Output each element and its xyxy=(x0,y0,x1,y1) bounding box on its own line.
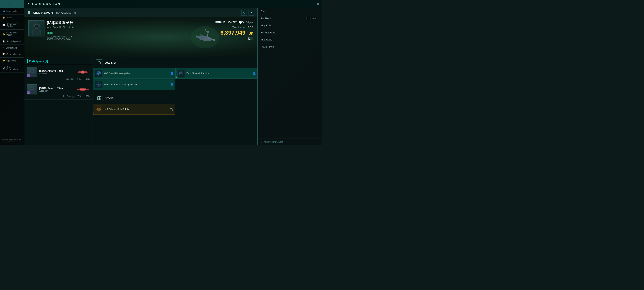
percent-value: 105% xyxy=(310,17,317,20)
kill-count-badge: 1 Kill xyxy=(47,32,53,35)
right-item-row-2: the Silent 2 105% › xyxy=(260,17,319,20)
copy-icon[interactable]: ⧉ xyxy=(74,12,76,14)
equip-name-stabilizer: 'Basic' Inertial Stabilizer xyxy=(186,72,210,75)
equip-icon-cloaking xyxy=(95,81,102,88)
stat-label-2: Top Damage xyxy=(63,95,74,98)
modal-close-button[interactable]: ✕ xyxy=(248,10,254,16)
victim-name: [IAI]冥域 双子神 xyxy=(47,20,74,25)
svg-rect-34 xyxy=(100,97,101,98)
stat-percent-2: 100% xyxy=(84,95,90,98)
participant-ship-image xyxy=(76,69,90,75)
top-bar: ✦ CORPORATION ✕ xyxy=(24,0,322,8)
chevron-right-icon: › xyxy=(318,17,319,20)
sidebar-item-corporation-wallet[interactable]: 💰 Corporation Wallet xyxy=(0,30,24,38)
equip-name-microwarpdrive: MK5 Small Microwarpdrive xyxy=(104,72,130,75)
corp-star-logo: ✦ xyxy=(27,2,30,6)
percent-badge: 2 xyxy=(306,17,309,20)
participant-top-2: ▲ [STCA]Amarr's Titan Abaddon xyxy=(27,84,90,94)
right-sidebar-item-kitty[interactable]: Kitty Raffle xyxy=(258,22,322,29)
participant-stats-2: Top Damage | 1751 | 100% xyxy=(27,95,90,98)
supply-icon: 📋 xyxy=(2,40,5,43)
kill-report-modal: ☰ KILL REPORT [ID:7292750] ⧉ ⬡ ✕ xyxy=(24,8,258,145)
stat-damage-2: 1751 xyxy=(77,95,82,98)
modal-hamburger-icon[interactable]: ☰ xyxy=(28,11,30,15)
corp-title-text: CORPORATION xyxy=(32,2,60,6)
equipment-grid: MK5 Small Microwarpdrive 👤 'Basic' Inert… xyxy=(93,68,258,92)
sidebar-item-label: Corporation Wallet xyxy=(6,32,22,36)
missions-label: View Missions/Market xyxy=(264,141,283,143)
other-corps-icon: 🔗 xyxy=(2,67,5,70)
header-accent-bar xyxy=(27,59,28,63)
right-item-row-6: ! Ruler! 50m xyxy=(260,45,319,48)
svg-point-15 xyxy=(31,70,34,72)
right-item-row-3: Kitty Raffle xyxy=(260,24,319,27)
stat-label: Final Blow xyxy=(65,78,74,80)
sidebar-item-corporation-log[interactable]: 📝 Corporation Log xyxy=(0,51,24,58)
log-icon: 📝 xyxy=(2,53,5,55)
participant-ship: Abaddon xyxy=(39,72,63,75)
others-section: Others xyxy=(93,93,258,117)
stat-percent: 100% xyxy=(84,78,90,80)
ship-info: Imicus Covert Ops Frigate Total damage: … xyxy=(215,20,253,41)
close-icon: ✕ xyxy=(250,11,252,14)
sidebar-item-corporation-facility[interactable]: 📊 Corporation Facility xyxy=(0,21,24,30)
modal-title: KILL REPORT [ID:7292750] ⧉ xyxy=(33,11,76,14)
svg-rect-35 xyxy=(98,98,99,100)
participant-avatar-2: ▲ xyxy=(27,84,37,94)
sidebar-item-supply-approval[interactable]: 📋 Supply Approval xyxy=(0,38,24,45)
sidebar-item-label: Supply Approval xyxy=(6,40,21,43)
victim-datetime: 2022/06/24 00:19:38 UTC -5 xyxy=(47,36,74,38)
others-section-header: Others xyxy=(93,93,258,103)
svg-point-20 xyxy=(81,89,84,90)
participant-row[interactable]: ▲ [STCA]Amarr's Titan Abaddon xyxy=(24,65,92,82)
participant-ship-image-2 xyxy=(76,86,90,92)
right-sidebar-item-silent[interactable]: the Silent 2 105% › xyxy=(258,15,322,22)
equip-item-microwarpdrive[interactable]: MK5 Small Microwarpdrive 👤 xyxy=(93,68,175,79)
victim-warp-scramble: Warp Scramble Strength: 0 xyxy=(47,26,74,28)
stat-separator-3: | xyxy=(76,95,76,98)
sidebar-item-diplomacy[interactable]: 🤝 Diplomacy xyxy=(0,58,24,64)
equip-item-stabilizer[interactable]: 'Basic' Inertial Stabilizer 1 👤 xyxy=(175,68,258,79)
sidebar-item-other-corporations[interactable]: 🔗 Other Corporations xyxy=(0,64,24,73)
user-icon-stabilizer: 👤 xyxy=(252,72,256,75)
low-slot-icon xyxy=(96,59,102,66)
right-item-title-kitty-raffle: Kitty Raffle xyxy=(260,38,272,41)
right-sidebar-item-hill-kitty[interactable]: Hill Kitty Raffle xyxy=(258,29,322,36)
equip-item-cloaking[interactable]: MK5 Covert Ops Cloaking Device 1 👤 xyxy=(93,79,175,90)
right-sidebar-item-ruler[interactable]: ! Ruler! 50m xyxy=(258,43,322,50)
sidebar-header: ☰ ✦ xyxy=(0,0,24,8)
right-item-title-silent: the Silent xyxy=(260,17,271,20)
sidebar-item-label: Corporation Facility xyxy=(6,23,22,27)
others-icon xyxy=(96,95,102,101)
view-missions-market-button[interactable]: ⬡ View Missions/Market xyxy=(258,139,322,145)
stat-separator: | xyxy=(76,78,76,80)
modal-title-id: [ID:7292750] xyxy=(56,12,72,14)
export-icon: ⬡ xyxy=(243,11,245,14)
participant-stats: Final Blow | 1751 | 100% xyxy=(27,78,90,80)
kill-content: Participants [1] ▲ xyxy=(24,57,258,145)
participant-details: [STCA]Amarr's Titan Abaddon xyxy=(39,70,63,75)
right-sidebar-item-kitty-raffle[interactable]: Kitty Raffle xyxy=(258,36,322,43)
others-item-debris[interactable]: Lv.5 Gallente Ship Debris 1 🔧 xyxy=(93,104,175,115)
user-icon-cloaking: 👤 xyxy=(170,83,174,86)
close-main-button[interactable]: ✕ xyxy=(316,2,320,6)
participant-name: [STCA]Amarr's Titan xyxy=(39,70,63,72)
participant-row[interactable]: ▲ [STCA]Amarr's Titan Abaddon xyxy=(24,82,92,100)
sidebar-item-assets[interactable]: 📦 Assets xyxy=(0,15,24,21)
sidebar-item-members-list[interactable]: 👥 Members List xyxy=(0,8,24,15)
debris-icon xyxy=(95,106,102,113)
right-sidebar-item-cats[interactable]: Cats xyxy=(258,8,322,15)
svg-rect-21 xyxy=(98,62,100,64)
sidebar-item-combat-log[interactable]: ⚔ Combat Log xyxy=(0,45,24,51)
export-button[interactable]: ⬡ xyxy=(241,10,247,16)
assets-icon: 📦 xyxy=(2,17,5,19)
stat-separator2: | xyxy=(83,78,84,80)
svg-point-13 xyxy=(39,30,41,32)
participant-ship-2: Abaddon xyxy=(39,90,63,92)
sidebar: ☰ ✦ 👥 Members List 📦 Assets 📊 Corporatio… xyxy=(0,0,24,145)
svg-point-12 xyxy=(32,30,34,32)
stat-damage: 1751 xyxy=(77,78,82,80)
stat-separator-4: | xyxy=(83,95,84,98)
right-item-title-cats: Cats xyxy=(260,10,266,13)
right-item-actions: 2 105% › xyxy=(306,17,319,20)
